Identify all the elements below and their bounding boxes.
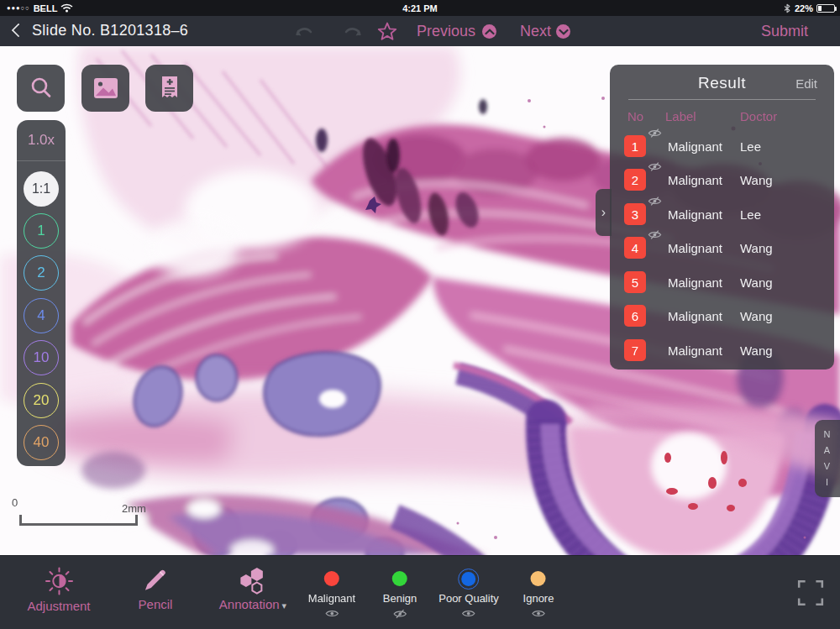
column-header-doctor: Doctor [740,109,777,123]
benign-color-dot[interactable] [392,571,407,586]
row-label: Malignant [668,309,722,323]
result-panel-collapse-tab[interactable]: › [596,189,612,236]
app-screen: ●●●○○ BELL 4:21 PM 22% Slide No. B120131… [0,0,840,629]
row-label: Malignant [668,275,722,290]
row-label: Malignant [668,343,722,358]
pencil-label: Pencil [139,597,173,611]
class-ignore[interactable]: Ignore [523,556,554,629]
zoom-level-1to1[interactable]: 1:1 [24,171,59,207]
zoom-level-10x[interactable]: 10 [24,340,59,375]
adjustment-label: Adjustment [27,599,90,613]
annotation-number-badge[interactable]: 6 [624,305,646,327]
zoom-panel: 1.0x 1:1 1 2 4 10 20 40 [17,120,66,466]
column-header-label: Label [665,109,696,123]
next-expand-icon[interactable] [556,24,570,39]
thumbnail-button[interactable] [81,65,129,112]
eye-icon[interactable] [325,609,339,618]
fullscreen-button[interactable] [796,579,825,611]
slide-viewer[interactable]: 1.0x 1:1 1 2 4 10 20 40 0 2mm Result Edi… [0,46,840,555]
eye-slash-icon[interactable] [648,229,662,240]
malignant-color-dot[interactable] [324,571,339,586]
table-row[interactable]: 5 Malignant Wang [610,265,834,299]
row-doctor: Wang [740,309,773,323]
annotation-number-badge[interactable]: 5 [624,271,646,293]
divider [628,99,816,100]
annotation-shapes-icon [238,566,268,595]
zoom-level-20x[interactable]: 20 [24,383,59,418]
clock: 4:21 PM [0,3,840,13]
eye-slash-icon[interactable] [648,196,662,207]
search-button[interactable] [17,65,65,112]
annotation-number-badge[interactable]: 1 [624,135,646,157]
ignore-label: Ignore [523,592,554,605]
benign-label: Benign [383,592,417,605]
previous-collapse-icon[interactable] [482,24,496,39]
zoom-level-2x[interactable]: 2 [24,255,59,291]
row-label: Malignant [668,139,722,154]
zoom-level-4x[interactable]: 4 [24,298,59,333]
pencil-icon [141,566,170,595]
next-button[interactable]: Next [520,23,551,40]
divider [17,160,66,161]
table-row[interactable]: 6 Malignant Wang [610,299,834,333]
battery-percent: 22% [795,3,813,13]
adjustment-tool[interactable]: Adjustment [27,556,90,629]
eye-slash-icon[interactable] [648,161,662,172]
eye-slash-icon[interactable] [392,609,407,619]
zoom-level-1x[interactable]: 1 [24,213,59,249]
row-doctor: Lee [740,207,761,222]
scale-bar-start: 0 [12,496,18,509]
annotation-number-badge[interactable]: 4 [624,237,646,259]
redo-icon[interactable] [341,21,365,41]
bottom-toolbar: Adjustment Pencil Annotation▾ Malignant [0,555,840,629]
eye-slash-icon[interactable] [648,128,662,139]
annotation-number-badge[interactable]: 3 [624,203,646,225]
report-button[interactable] [145,65,193,112]
class-malignant[interactable]: Malignant [308,556,355,629]
previous-button[interactable]: Previous [417,23,475,40]
annotation-label: Annotation▾ [219,597,286,611]
undo-icon[interactable] [292,21,316,41]
navigator-tab[interactable]: NAVI [815,420,840,497]
current-magnification: 1.0x [17,132,66,149]
row-label: Malignant [668,241,722,255]
row-label: Malignant [668,173,722,187]
battery-icon [816,4,835,13]
eye-icon[interactable] [461,609,475,618]
annotation-number-badge[interactable]: 7 [624,339,646,361]
table-row[interactable]: 7 Malignant Wang [610,333,834,367]
brightness-icon [44,566,74,596]
back-icon[interactable] [12,24,26,38]
column-header-no: No [627,109,643,123]
star-icon[interactable] [376,22,398,42]
title-bar: Slide No. B1201318–6 Previous Next Submi… [0,16,840,46]
search-icon [29,76,54,101]
malignant-label: Malignant [308,592,355,605]
zoom-level-40x[interactable]: 40 [24,425,59,460]
table-row[interactable]: 4 Malignant Wang [610,231,834,265]
status-bar: ●●●○○ BELL 4:21 PM 22% [0,0,840,16]
table-row[interactable]: 1 Malignant Lee [610,129,834,163]
annotation-number-badge[interactable]: 2 [624,169,646,191]
submit-button[interactable]: Submit [761,23,808,40]
eye-icon[interactable] [532,609,546,618]
pencil-tool[interactable]: Pencil [139,556,173,629]
chevron-right-icon: › [601,205,606,220]
table-row[interactable]: 3 Malignant Lee [610,197,834,231]
class-poor-quality[interactable]: Poor Quality [438,556,499,629]
poor-quality-color-dot[interactable] [461,572,475,586]
row-doctor: Wang [740,241,773,255]
dropdown-caret-icon: ▾ [282,600,287,611]
ignore-color-dot[interactable] [531,571,546,586]
bluetooth-icon [783,3,791,14]
table-row[interactable]: 2 Malignant Wang [610,163,834,197]
poor-quality-label: Poor Quality [438,592,499,605]
annotation-tool[interactable]: Annotation▾ [219,556,286,629]
class-benign[interactable]: Benign [383,556,417,629]
fullscreen-icon [796,579,825,607]
scale-bar [19,515,138,526]
row-doctor: Wang [740,275,773,290]
page-title: Slide No. B1201318–6 [32,22,188,39]
row-label: Malignant [668,207,722,222]
edit-button[interactable]: Edit [795,76,817,91]
